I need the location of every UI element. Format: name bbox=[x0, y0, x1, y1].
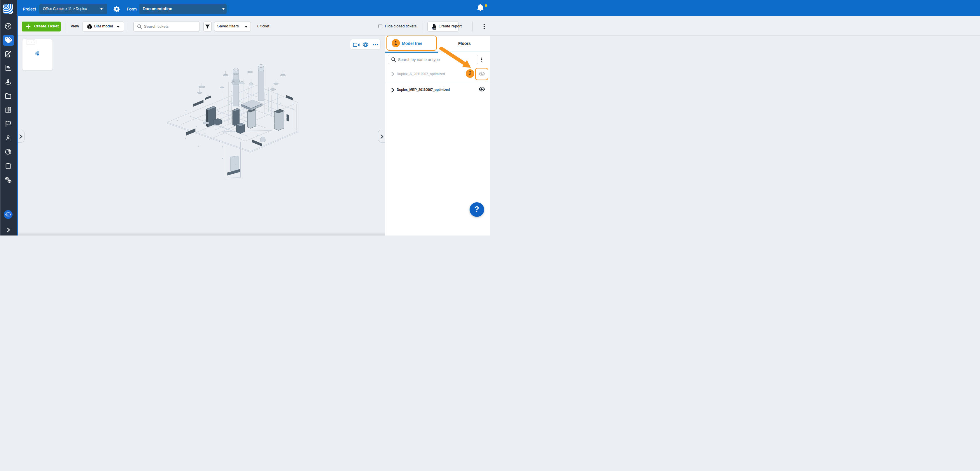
svg-text:PDF: PDF bbox=[432, 27, 436, 29]
